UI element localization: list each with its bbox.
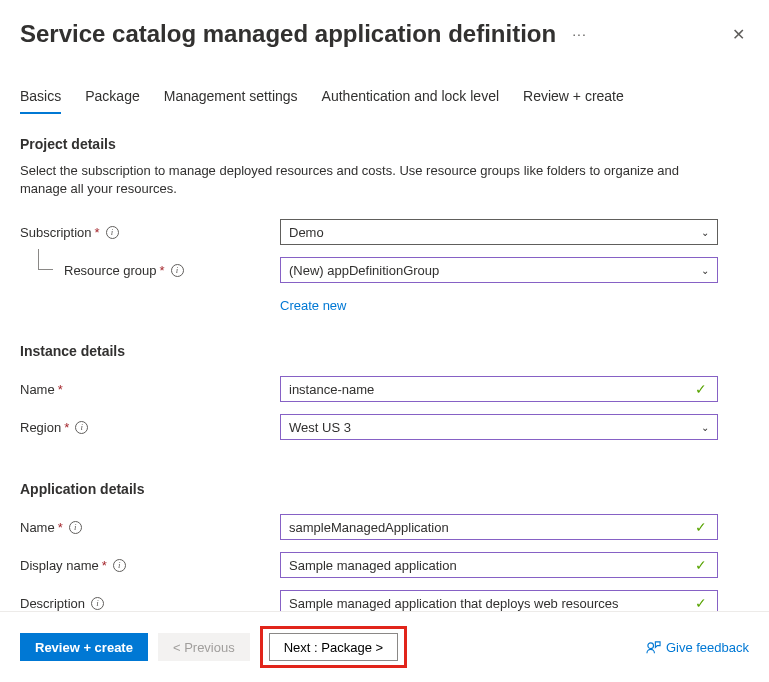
tab-bar: Basics Package Management settings Authe…: [20, 88, 749, 114]
info-icon[interactable]: i: [75, 421, 88, 434]
subscription-label: Subscription * i: [20, 225, 280, 240]
rg-label-text: Resource group: [64, 263, 157, 278]
section-app-title: Application details: [20, 481, 749, 497]
display-name-label-text: Display name: [20, 558, 99, 573]
tab-management-settings[interactable]: Management settings: [164, 88, 298, 114]
app-name-label-text: Name: [20, 520, 55, 535]
region-label: Region * i: [20, 420, 280, 435]
display-name-input[interactable]: Sample managed application ✓: [280, 552, 718, 578]
description-label-text: Description: [20, 596, 85, 611]
app-name-value: sampleManagedApplication: [289, 520, 695, 535]
tab-package[interactable]: Package: [85, 88, 139, 114]
instance-name-input[interactable]: instance-name ✓: [280, 376, 718, 402]
rg-value: (New) appDefinitionGroup: [289, 263, 439, 278]
check-icon: ✓: [695, 519, 707, 535]
info-icon[interactable]: i: [106, 226, 119, 239]
chevron-down-icon: ⌄: [701, 265, 709, 276]
required-asterisk: *: [160, 263, 165, 278]
page-title: Service catalog managed application defi…: [20, 20, 556, 48]
check-icon: ✓: [695, 557, 707, 573]
required-asterisk: *: [58, 382, 63, 397]
section-project-desc: Select the subscription to manage deploy…: [20, 162, 700, 198]
section-project-title: Project details: [20, 136, 749, 152]
section-instance-title: Instance details: [20, 343, 749, 359]
info-icon[interactable]: i: [113, 559, 126, 572]
instance-name-label: Name *: [20, 382, 280, 397]
resource-group-label: Resource group * i: [20, 263, 280, 278]
app-name-input[interactable]: sampleManagedApplication ✓: [280, 514, 718, 540]
required-asterisk: *: [102, 558, 107, 573]
tab-auth-lock[interactable]: Authentication and lock level: [322, 88, 499, 114]
close-icon[interactable]: ✕: [728, 21, 749, 48]
region-value: West US 3: [289, 420, 351, 435]
required-asterisk: *: [58, 520, 63, 535]
more-icon[interactable]: ···: [572, 26, 587, 42]
check-icon: ✓: [695, 595, 707, 611]
tab-basics[interactable]: Basics: [20, 88, 61, 114]
display-name-label: Display name * i: [20, 558, 280, 573]
display-name-value: Sample managed application: [289, 558, 695, 573]
footer-bar: Review + create < Previous Next : Packag…: [0, 611, 769, 627]
subscription-value: Demo: [289, 225, 324, 240]
create-new-link[interactable]: Create new: [280, 298, 346, 313]
info-icon[interactable]: i: [91, 597, 104, 610]
info-icon[interactable]: i: [171, 264, 184, 277]
required-asterisk: *: [95, 225, 100, 240]
subscription-label-text: Subscription: [20, 225, 92, 240]
required-asterisk: *: [64, 420, 69, 435]
description-label: Description i: [20, 596, 280, 611]
instance-name-label-text: Name: [20, 382, 55, 397]
resource-group-select[interactable]: (New) appDefinitionGroup ⌄: [280, 257, 718, 283]
chevron-down-icon: ⌄: [701, 422, 709, 433]
description-value: Sample managed application that deploys …: [289, 596, 695, 611]
info-icon[interactable]: i: [69, 521, 82, 534]
chevron-down-icon: ⌄: [701, 227, 709, 238]
tab-review-create[interactable]: Review + create: [523, 88, 624, 114]
subscription-select[interactable]: Demo ⌄: [280, 219, 718, 245]
check-icon: ✓: [695, 381, 707, 397]
region-select[interactable]: West US 3 ⌄: [280, 414, 718, 440]
instance-name-value: instance-name: [289, 382, 695, 397]
region-label-text: Region: [20, 420, 61, 435]
next-button-highlight: Next : Package >: [260, 626, 407, 627]
app-name-label: Name * i: [20, 520, 280, 535]
